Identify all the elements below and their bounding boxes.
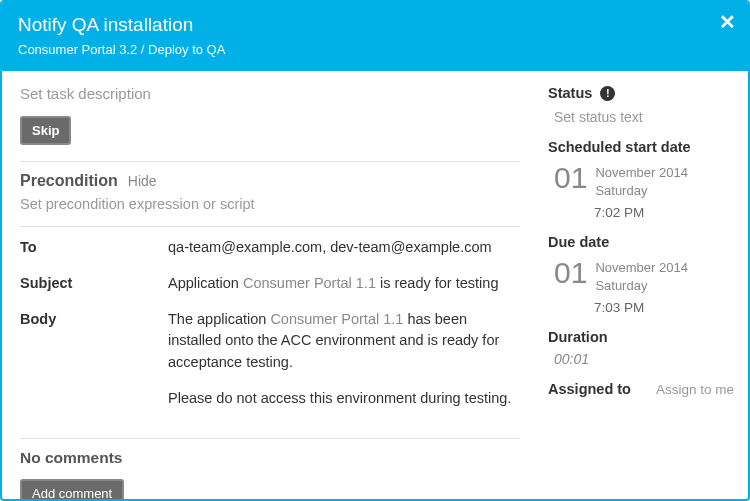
status-label: Status (548, 85, 592, 101)
comments-title: No comments (20, 449, 520, 467)
assign-to-me-link[interactable]: Assign to me (656, 382, 734, 397)
body-field-row: Body The application Consumer Portal 1.1… (20, 309, 520, 424)
skip-button[interactable]: Skip (20, 116, 71, 145)
breadcrumb[interactable]: Consumer Portal 3.2 / Deploy to QA (18, 42, 732, 57)
divider (20, 438, 520, 439)
dialog-header: Notify QA installation Consumer Portal 3… (2, 2, 748, 71)
precondition-input[interactable]: Set precondition expression or script (20, 196, 520, 212)
due-date-meta: November 2014 Saturday (595, 258, 688, 294)
body-app-name: Consumer Portal 1.1 (270, 311, 403, 327)
add-comment-button[interactable]: Add comment (20, 479, 124, 500)
hide-link[interactable]: Hide (128, 173, 157, 189)
precondition-header: Precondition Hide (20, 172, 520, 190)
status-text-input[interactable]: Set status text (554, 109, 734, 125)
start-month-year: November 2014 (595, 164, 688, 182)
due-day: 01 (554, 258, 587, 288)
start-weekday: Saturday (595, 182, 688, 200)
subject-value[interactable]: Application Consumer Portal 1.1 is ready… (168, 273, 520, 295)
due-date-section: Due date 01 November 2014 Saturday 7:03 … (548, 234, 734, 315)
body-paragraph-1: The application Consumer Portal 1.1 has … (168, 309, 520, 374)
body-value[interactable]: The application Consumer Portal 1.1 has … (168, 309, 520, 424)
start-date-meta: November 2014 Saturday (595, 163, 688, 199)
to-field-row: To qa-team@example.com, dev-team@example… (20, 237, 520, 259)
scheduled-start-label: Scheduled start date (548, 139, 734, 155)
assigned-to-section: Assigned to Assign to me (548, 381, 734, 397)
duration-label: Duration (548, 329, 734, 345)
due-date[interactable]: 01 November 2014 Saturday (554, 258, 734, 294)
subject-label: Subject (20, 273, 168, 295)
info-icon[interactable]: ! (600, 86, 615, 101)
scheduled-start-date[interactable]: 01 November 2014 Saturday (554, 163, 734, 199)
start-day: 01 (554, 163, 587, 193)
precondition-title: Precondition (20, 172, 118, 190)
to-value[interactable]: qa-team@example.com, dev-team@example.co… (168, 237, 520, 259)
body-p1-prefix: The application (168, 311, 270, 327)
dialog-content: Set task description Skip Precondition H… (2, 71, 748, 499)
duration-value: 00:01 (554, 351, 734, 367)
task-description-input[interactable]: Set task description (20, 85, 520, 102)
assigned-to-label: Assigned to (548, 381, 631, 397)
due-date-label: Due date (548, 234, 734, 250)
start-time[interactable]: 7:02 PM (594, 205, 734, 220)
subject-suffix: is ready for testing (376, 275, 499, 291)
body-label: Body (20, 309, 168, 424)
body-paragraph-2: Please do not access this environment du… (168, 388, 520, 410)
duration-section: Duration 00:01 (548, 329, 734, 367)
divider (20, 226, 520, 227)
due-month-year: November 2014 (595, 259, 688, 277)
close-icon[interactable]: ✕ (719, 10, 736, 34)
divider (20, 161, 520, 162)
subject-field-row: Subject Application Consumer Portal 1.1 … (20, 273, 520, 295)
to-label: To (20, 237, 168, 259)
dialog-title: Notify QA installation (18, 14, 732, 36)
subject-prefix: Application (168, 275, 243, 291)
main-panel: Set task description Skip Precondition H… (2, 71, 538, 499)
status-section: Status ! Set status text (548, 85, 734, 125)
subject-app-name: Consumer Portal 1.1 (243, 275, 376, 291)
sidebar-panel: Status ! Set status text Scheduled start… (538, 71, 748, 499)
due-time[interactable]: 7:03 PM (594, 300, 734, 315)
scheduled-start-section: Scheduled start date 01 November 2014 Sa… (548, 139, 734, 220)
due-weekday: Saturday (595, 277, 688, 295)
